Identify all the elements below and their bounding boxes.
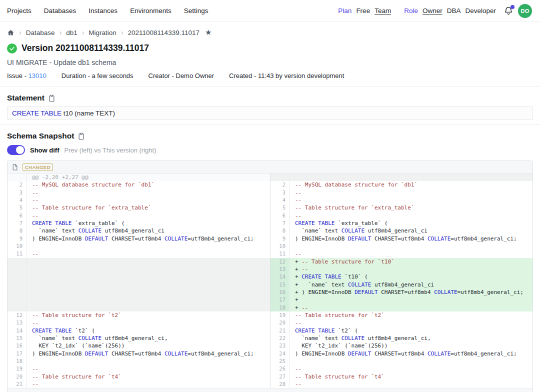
show-diff-label: Show diff: [30, 146, 60, 154]
plan-value: Free: [356, 7, 370, 14]
line-number: 7: [270, 220, 290, 227]
code-line: -- Table structure for `t2`: [290, 312, 532, 319]
nav-item-settings[interactable]: Settings: [184, 7, 208, 14]
code-line: -- Table structure for `extra_table`: [27, 204, 270, 212]
diff-code-row: 21--: [8, 380, 270, 388]
role-owner-link[interactable]: Owner: [422, 7, 442, 14]
chevron-right-icon: [19, 28, 22, 36]
line-number: 3: [8, 189, 27, 196]
code-line: --: [290, 380, 532, 388]
line-number: [8, 304, 27, 312]
code-line: --: [290, 189, 532, 196]
plan-team-link[interactable]: Team: [374, 7, 391, 14]
code-line: -- Table structure for `t4`: [27, 373, 270, 380]
line-number: 20: [270, 319, 290, 326]
code-line: [290, 358, 532, 365]
diff-code-row: 27-- Table structure for `t4`: [270, 373, 532, 380]
show-diff-toggle[interactable]: [7, 145, 25, 155]
line-number: 28: [270, 380, 290, 388]
issue-link[interactable]: 13010: [28, 72, 46, 80]
sql-keyword: CREATE TABLE: [12, 110, 62, 117]
breadcrumb-version[interactable]: 20211008114339.11017: [128, 29, 200, 36]
role-dba[interactable]: DBA: [447, 7, 461, 14]
section-divider: [0, 124, 540, 125]
code-line: [27, 358, 270, 365]
nav-item-environments[interactable]: Environments: [130, 7, 172, 14]
code-line: [290, 242, 532, 250]
statement-sql[interactable]: CREATE TABLE t10 (name TEXT): [7, 106, 533, 120]
notification-dot: [510, 5, 514, 9]
meta-created: Created - 11:43 by version development: [229, 72, 344, 80]
diff-left-column[interactable]: @@ -2,20 +2,27 @@2-- MySQL database stru…: [8, 174, 270, 388]
code-line: --: [27, 189, 270, 196]
diff-spacer-row: [8, 273, 270, 280]
line-number: 9: [270, 235, 290, 242]
diff-right-column[interactable]: 2-- MySQL database structure for `db1`3-…: [270, 174, 532, 388]
code-line: --: [290, 250, 532, 258]
code-line: [27, 273, 270, 280]
line-number: 5: [8, 204, 27, 212]
code-line: -- Table structure for `t4`: [290, 373, 532, 380]
line-number: [8, 296, 27, 304]
line-number: [8, 281, 27, 288]
diff-code-row: 2-- MySQL database structure for `db1`: [8, 181, 270, 188]
line-number: 18: [270, 304, 290, 312]
diff-code-row: 13+ --: [270, 266, 532, 273]
line-number: 22: [270, 334, 290, 342]
diff-code-row: 20-- Table structure for `t4`: [8, 373, 270, 380]
meta-duration: Duration - a few seconds: [62, 72, 134, 80]
breadcrumb-migration[interactable]: Migration: [88, 29, 116, 36]
line-number: 6: [8, 212, 27, 220]
line-number: [8, 273, 27, 280]
line-number: [8, 266, 27, 273]
code-line: `name` text COLLATE utf8mb4_general_ci,: [27, 334, 270, 342]
code-line: --: [290, 319, 532, 326]
copy-statement-icon[interactable]: [48, 94, 56, 102]
line-number: 7: [8, 220, 27, 227]
line-number: 2: [8, 181, 27, 188]
line-number: 26: [270, 365, 290, 372]
sql-rest: t10 (name TEXT): [62, 110, 115, 117]
line-number: 10: [8, 242, 27, 250]
code-line: [27, 296, 270, 304]
avatar[interactable]: DO: [518, 4, 532, 18]
code-line: ) ENGINE=InnoDB DEFAULT CHARSET=utf8mb4 …: [290, 235, 532, 242]
diff-code-row: 16+ ) ENGINE=InnoDB DEFAULT CHARSET=utf8…: [270, 288, 532, 296]
code-line: --: [27, 212, 270, 220]
main-nav: Projects Databases Instances Environment…: [7, 7, 208, 14]
snapshot-section-heading: Schema Snapshot: [7, 132, 540, 140]
diff-spacer-row: [8, 296, 270, 304]
nav-item-databases[interactable]: Databases: [44, 7, 76, 14]
notification-bell-icon[interactable]: [504, 6, 514, 16]
diff-code-row: 28--: [270, 380, 532, 388]
breadcrumb-database[interactable]: Database: [26, 29, 55, 36]
line-number: 16: [8, 342, 27, 350]
home-icon[interactable]: [7, 29, 14, 36]
code-line: -- MySQL database structure for `db1`: [27, 181, 270, 188]
code-line: [27, 266, 270, 273]
nav-item-projects[interactable]: Projects: [7, 7, 32, 14]
line-number: 15: [8, 334, 27, 342]
diff-code-row: 26--: [270, 365, 532, 372]
line-number: 4: [8, 196, 27, 204]
line-number: 23: [270, 342, 290, 350]
diff-spacer-row: [8, 266, 270, 273]
copy-snapshot-icon[interactable]: [78, 132, 85, 140]
nav-item-instances[interactable]: Instances: [88, 7, 118, 14]
code-line: [27, 242, 270, 250]
line-number: 6: [270, 212, 290, 220]
diff-code-row: 24) ENGINE=InnoDB DEFAULT CHARSET=utf8mb…: [270, 350, 532, 358]
breadcrumb-db1[interactable]: db1: [66, 29, 78, 36]
diff-code-row: 8 `name` text COLLATE utf8mb4_general_ci: [270, 227, 532, 234]
show-diff-row: Show diff Prev (left) vs This version (r…: [7, 145, 540, 155]
code-line: KEY `t2_idx` (`name`(256)): [290, 342, 532, 350]
role-developer[interactable]: Developer: [465, 7, 496, 14]
diff-code-row: 17) ENGINE=InnoDB DEFAULT CHARSET=utf8mb…: [8, 350, 270, 358]
diff-code-row: 6--: [270, 212, 532, 220]
diff-code-row: 19-- Table structure for `t2`: [270, 312, 532, 319]
diff-footer-scrollbar[interactable]: [8, 388, 532, 392]
line-number: [8, 288, 27, 296]
diff-code-row: 20--: [270, 319, 532, 326]
bookmark-star-icon[interactable]: ★: [205, 28, 212, 37]
code-line: --: [27, 196, 270, 204]
